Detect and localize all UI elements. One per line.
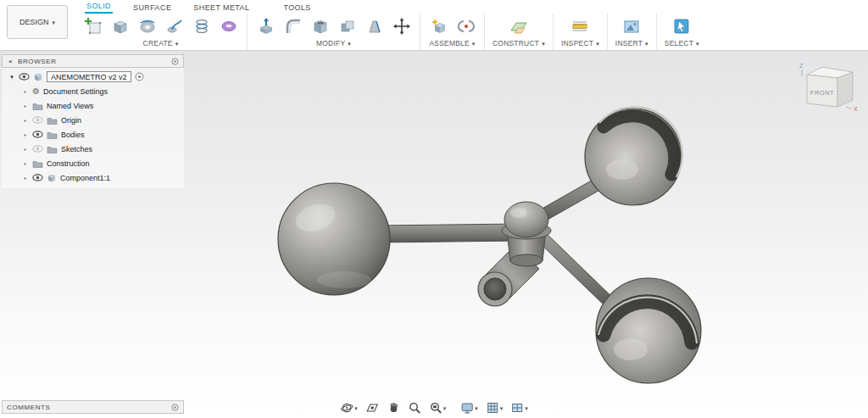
browser-item-sketches[interactable]: ▸ Sketches bbox=[2, 142, 184, 156]
ribbon-group-inspect: INSPECT ▾ bbox=[554, 14, 608, 50]
viewport-3d[interactable]: FRONT Z X ◀ BROWSER ▼ ANEMOMETRO v2 v2 bbox=[0, 51, 868, 418]
fusion-app: DESIGN ▾ SOLID SURFACE SHEET METAL TOOLS bbox=[0, 0, 868, 418]
tab-tools[interactable]: TOOLS bbox=[281, 2, 312, 14]
tab-sheet-metal[interactable]: SHEET METAL bbox=[192, 2, 251, 14]
navigation-toolbar: ▾ ▾ ▾ ▾ bbox=[339, 400, 529, 415]
construct-dropdown[interactable]: CONSTRUCT ▾ bbox=[492, 39, 545, 50]
lower-right-cup[interactable] bbox=[596, 278, 701, 383]
visibility-off-icon[interactable] bbox=[32, 145, 43, 153]
design-menu-button[interactable]: DESIGN ▾ bbox=[7, 5, 68, 39]
select-icon[interactable] bbox=[671, 16, 693, 37]
caret-down-icon: ▾ bbox=[645, 41, 648, 47]
expand-icon[interactable]: ▸ bbox=[22, 175, 29, 181]
expand-icon[interactable]: ▸ bbox=[22, 146, 29, 152]
ribbon-groups: CREATE ▾ bbox=[75, 14, 868, 50]
coil-icon[interactable] bbox=[191, 16, 212, 37]
insert-canvas-icon[interactable] bbox=[621, 16, 643, 37]
ribbon: SOLID SURFACE SHEET METAL TOOLS bbox=[75, 0, 868, 50]
new-component-icon[interactable] bbox=[428, 16, 449, 37]
assemble-icons bbox=[428, 14, 476, 39]
press-pull-icon[interactable] bbox=[255, 16, 276, 37]
sweep-icon[interactable] bbox=[164, 16, 185, 37]
browser-panel: ◀ BROWSER ▼ ANEMOMETRO v2 v2 ▸ ⚙ Documen… bbox=[2, 54, 184, 188]
shell-icon[interactable] bbox=[309, 16, 331, 37]
folder-icon bbox=[32, 159, 43, 168]
construction-plane-icon[interactable] bbox=[508, 16, 529, 37]
caret-down-icon: ▾ bbox=[525, 405, 528, 411]
torus-icon[interactable] bbox=[218, 16, 239, 37]
visibility-icon[interactable] bbox=[32, 131, 43, 138]
select-dropdown[interactable]: SELECT ▾ bbox=[665, 39, 699, 50]
expand-icon[interactable]: ▸ bbox=[22, 131, 29, 137]
viewports-button[interactable]: ▾ bbox=[509, 400, 529, 415]
construct-icons bbox=[508, 14, 529, 39]
measure-icon[interactable] bbox=[570, 16, 591, 37]
expand-icon[interactable]: ▼ bbox=[8, 75, 15, 80]
tab-surface[interactable]: SURFACE bbox=[131, 2, 173, 14]
item-label: Named Views bbox=[47, 102, 93, 110]
expand-icon[interactable]: ▸ bbox=[22, 88, 29, 94]
zoom-window-icon bbox=[429, 401, 442, 415]
caret-down-icon: ▾ bbox=[596, 41, 599, 47]
browser-item-root[interactable]: ▼ ANEMOMETRO v2 v2 bbox=[2, 70, 184, 84]
x-axis-line bbox=[846, 107, 852, 109]
browser-item-component1[interactable]: ▸ Component1:1 bbox=[2, 170, 184, 185]
folder-icon bbox=[47, 131, 58, 139]
fillet-icon[interactable] bbox=[282, 16, 303, 37]
caret-down-icon: ▾ bbox=[354, 405, 358, 411]
viewcube[interactable]: FRONT Z X bbox=[795, 58, 861, 114]
browser-item-origin[interactable]: ▸ Origin bbox=[2, 113, 184, 127]
panel-options-icon[interactable] bbox=[171, 404, 179, 411]
draft-icon[interactable] bbox=[364, 16, 385, 37]
item-label: Construction bbox=[47, 159, 90, 168]
create-sketch-icon[interactable] bbox=[82, 16, 103, 37]
pan-button[interactable] bbox=[386, 400, 401, 415]
browser-item-bodies[interactable]: ▸ Bodies bbox=[2, 127, 184, 142]
browser-item-construction[interactable]: ▸ Construction bbox=[2, 156, 184, 170]
caret-down-icon: ▾ bbox=[696, 41, 699, 47]
insert-label: INSERT bbox=[615, 39, 643, 47]
viewcube-right-face[interactable] bbox=[837, 72, 853, 107]
combine-icon[interactable] bbox=[337, 16, 358, 37]
orbit-icon bbox=[340, 401, 353, 415]
comments-panel: COMMENTS bbox=[2, 400, 184, 414]
zoom-window-button[interactable]: ▾ bbox=[428, 400, 448, 415]
insert-dropdown[interactable]: INSERT ▾ bbox=[615, 39, 648, 50]
move-copy-icon[interactable] bbox=[391, 16, 412, 37]
visibility-icon[interactable] bbox=[19, 73, 30, 81]
create-dropdown[interactable]: CREATE ▾ bbox=[143, 39, 179, 50]
gear-icon: ⚙ bbox=[32, 87, 40, 96]
assemble-dropdown[interactable]: ASSEMBLE ▾ bbox=[429, 39, 475, 50]
browser-header[interactable]: ◀ BROWSER bbox=[2, 54, 184, 68]
box-icon[interactable] bbox=[109, 16, 131, 37]
zoom-button[interactable] bbox=[407, 400, 422, 415]
panel-collapse-icon[interactable]: ◀ bbox=[7, 59, 14, 64]
activate-component-radio[interactable] bbox=[135, 72, 144, 81]
pan-hand-icon bbox=[387, 401, 400, 415]
modify-dropdown[interactable]: MODIFY ▾ bbox=[316, 39, 351, 50]
item-label: Origin bbox=[61, 116, 81, 125]
visibility-off-icon[interactable] bbox=[32, 116, 43, 124]
create-icons bbox=[82, 14, 239, 39]
expand-icon[interactable]: ▸ bbox=[22, 160, 29, 166]
browser-item-document-settings[interactable]: ▸ ⚙ Document Settings bbox=[2, 84, 184, 98]
revolve-icon[interactable] bbox=[136, 16, 158, 37]
left-sphere[interactable] bbox=[278, 183, 390, 295]
expand-icon[interactable]: ▸ bbox=[22, 103, 29, 109]
tab-solid[interactable]: SOLID bbox=[85, 0, 113, 14]
browser-item-named-views[interactable]: ▸ Named Views bbox=[2, 98, 184, 113]
orbit-button[interactable]: ▾ bbox=[339, 400, 359, 415]
root-document-label[interactable]: ANEMOMETRO v2 v2 bbox=[47, 71, 131, 82]
upper-right-cup[interactable] bbox=[585, 107, 682, 205]
visibility-icon[interactable] bbox=[32, 174, 43, 181]
joint-icon[interactable] bbox=[455, 16, 476, 37]
expand-icon[interactable]: ▸ bbox=[22, 117, 29, 123]
grid-snaps-button[interactable]: ▾ bbox=[485, 400, 504, 415]
comments-header[interactable]: COMMENTS bbox=[2, 400, 184, 414]
inspect-icons bbox=[570, 14, 591, 39]
item-label: Document Settings bbox=[43, 87, 108, 96]
display-settings-button[interactable]: ▾ bbox=[459, 400, 479, 415]
inspect-dropdown[interactable]: INSPECT ▾ bbox=[561, 39, 599, 50]
look-at-button[interactable] bbox=[364, 400, 380, 415]
panel-options-icon[interactable] bbox=[171, 58, 179, 65]
